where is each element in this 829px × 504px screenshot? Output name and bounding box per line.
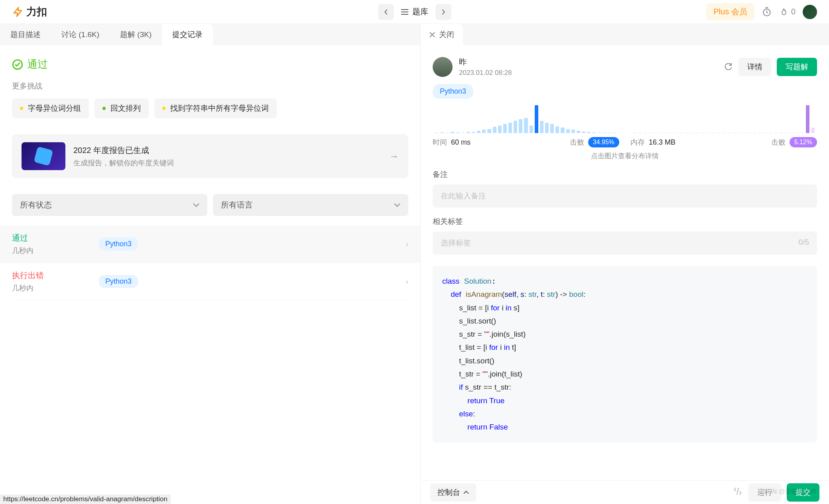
report-title: 2022 年度报告已生成: [73, 145, 174, 156]
submitter-info: 昨 2023.01.02 08:28: [459, 57, 512, 77]
left-tabs: 题目描述 讨论 (1.6K) 题解 (3K) 提交记录: [0, 24, 420, 45]
tab-discussion[interactable]: 讨论 (1.6K): [51, 24, 110, 45]
tag-placeholder: 选择标签: [441, 238, 471, 248]
note-input[interactable]: 在此输入备注: [433, 184, 817, 208]
difficulty-dot: [162, 107, 165, 110]
challenge-item-0[interactable]: 字母异位词分组: [12, 98, 89, 118]
status-filter[interactable]: 所有状态: [12, 194, 207, 216]
submission-row[interactable]: 通过 几秒内 Python3 ›: [0, 226, 420, 263]
time-value: 60 ms: [451, 138, 471, 147]
tag-label: 相关标签: [433, 216, 817, 227]
watermark: CSDN @爱睡觉的咋: [759, 488, 817, 496]
chevron-down-icon: [394, 203, 400, 207]
refresh-icon[interactable]: [723, 61, 733, 73]
time-label: 时间: [433, 137, 447, 147]
browser-statusbar: https://leetcode.cn/problems/valid-anagr…: [0, 494, 171, 504]
tab-solutions[interactable]: 题解 (3K): [110, 24, 162, 45]
language-filter[interactable]: 所有语言: [213, 194, 408, 216]
submission-row[interactable]: 执行出错 几秒内 Python3 ›: [12, 263, 408, 300]
format-icon[interactable]: [733, 486, 743, 499]
user-avatar[interactable]: [803, 5, 817, 19]
challenge-label: 字母异位词分组: [28, 103, 81, 114]
center-nav: 题库: [378, 4, 451, 20]
report-thumbnail: [22, 142, 65, 170]
mem-value: 16.3 MB: [649, 138, 675, 147]
close-tab-button[interactable]: 关闭: [421, 24, 463, 45]
tag-select[interactable]: 选择标签 0/5: [433, 231, 817, 255]
submitter-name: 昨: [459, 57, 512, 67]
result-status-label: 通过: [27, 57, 48, 71]
report-subtitle: 生成报告，解锁你的年度关键词: [73, 158, 174, 168]
left-body: 通过 更多挑战 字母异位词分组 回文排列 找到字符串中所有字母异位词 2022 …: [0, 45, 420, 504]
chevron-down-icon: [193, 203, 199, 207]
console-button[interactable]: 控制台: [430, 483, 476, 502]
chart-hint: 点击图片查看分布详情: [433, 151, 817, 161]
challenges-row: 字母异位词分组 回文排列 找到字符串中所有字母异位词: [12, 98, 408, 118]
header-right: Plus 会员 0: [706, 3, 817, 20]
submitted-at: 2023.01.02 08:28: [459, 69, 512, 77]
challenge-item-2[interactable]: 找到字符串中所有字母异位词: [154, 98, 277, 118]
streak-counter[interactable]: 0: [779, 7, 796, 17]
left-panel: 题目描述 讨论 (1.6K) 题解 (3K) 提交记录 通过 更多挑战 字母异位…: [0, 24, 421, 504]
problem-list-button[interactable]: 题库: [397, 6, 432, 17]
status-filter-label: 所有状态: [20, 200, 52, 210]
chevron-right-icon: ›: [406, 277, 408, 286]
performance-charts[interactable]: 时间 60 ms 击败 34.95% 内存 16.3 MB 击败 5.12%: [433, 105, 817, 147]
challenge-label: 找到字符串中所有字母异位词: [170, 103, 269, 114]
submission-time: 几秒内: [12, 283, 92, 293]
challenge-label: 回文排列: [110, 103, 141, 114]
tab-submissions[interactable]: 提交记录: [162, 24, 213, 45]
plus-member-button[interactable]: Plus 会员: [706, 3, 754, 20]
detail-button[interactable]: 详情: [738, 58, 771, 76]
right-actions: 详情 写题解: [723, 58, 817, 76]
filter-row: 所有状态 所有语言: [12, 194, 408, 216]
timer-icon[interactable]: [762, 7, 772, 17]
difficulty-dot: [102, 107, 106, 110]
top-bar: 力扣 题库 Plus 会员 0: [0, 0, 829, 24]
code-block: class Solution: def isAnagram(self, s: s…: [433, 266, 817, 443]
brand-text: 力扣: [26, 5, 47, 19]
logo[interactable]: 力扣: [12, 5, 47, 19]
chevron-right-icon: ›: [406, 239, 408, 249]
language-filter-label: 所有语言: [221, 200, 253, 210]
submission-status: 通过: [12, 233, 92, 243]
beat-label: 击败: [570, 137, 584, 147]
submission-lang-tag: Python3: [99, 237, 138, 251]
logo-icon: [12, 6, 24, 18]
difficulty-dot: [20, 107, 23, 110]
challenge-item-1[interactable]: 回文排列: [95, 98, 149, 118]
tab-description[interactable]: 题目描述: [0, 24, 51, 45]
arrow-right-icon: →: [389, 151, 399, 162]
time-beat-pill: 34.95%: [588, 137, 619, 147]
main: 题目描述 讨论 (1.6K) 题解 (3K) 提交记录 通过 更多挑战 字母异位…: [0, 24, 829, 504]
console-label: 控制台: [437, 487, 460, 498]
streak-value: 0: [791, 7, 796, 16]
prev-button[interactable]: [378, 4, 394, 20]
list-icon: [401, 9, 408, 15]
submission-status: 执行出错: [12, 270, 92, 281]
note-label: 备注: [433, 169, 817, 180]
nav-list-label: 题库: [412, 6, 428, 17]
time-chart[interactable]: 时间 60 ms 击败 34.95%: [433, 105, 619, 147]
right-panel: 关闭 昨 2023.01.02 08:28 详情 写题解 Python3: [421, 24, 829, 504]
close-icon: [429, 32, 435, 37]
mem-beat-pill: 5.12%: [790, 137, 817, 147]
report-text: 2022 年度报告已生成 生成报告，解锁你的年度关键词: [73, 145, 174, 168]
write-solution-button[interactable]: 写题解: [777, 58, 817, 76]
submitter-avatar[interactable]: [433, 57, 453, 77]
right-body: 昨 2023.01.02 08:28 详情 写题解 Python3 时间 60 …: [421, 45, 829, 480]
beat-label: 击败: [771, 137, 786, 147]
more-challenges-label: 更多挑战: [12, 81, 408, 91]
tag-count: 0/5: [799, 238, 809, 248]
chevron-up-icon: [463, 490, 469, 494]
close-label: 关闭: [439, 29, 454, 40]
result-status: 通过: [12, 57, 408, 71]
submission-header: 昨 2023.01.02 08:28 详情 写题解: [433, 57, 817, 77]
check-icon: [12, 59, 23, 70]
memory-chart[interactable]: 内存 16.3 MB 击败 5.12%: [630, 105, 817, 147]
next-button[interactable]: [435, 4, 451, 20]
submission-lang-tag: Python3: [99, 275, 138, 288]
submission-time: 几秒内: [12, 246, 92, 255]
annual-report-card[interactable]: 2022 年度报告已生成 生成报告，解锁你的年度关键词 →: [12, 134, 408, 178]
mem-label: 内存: [630, 137, 645, 147]
